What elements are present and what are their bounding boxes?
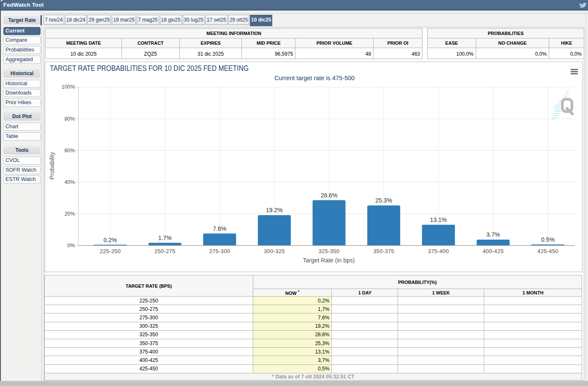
- svg-text:375-400: 375-400: [428, 248, 449, 254]
- svg-text:275-300: 275-300: [209, 248, 230, 254]
- svg-text:80%: 80%: [65, 116, 75, 122]
- svg-text:350-375: 350-375: [373, 248, 394, 254]
- svg-text:0%: 0%: [68, 243, 75, 248]
- svg-text:13.1%: 13.1%: [430, 216, 447, 223]
- svg-text:0.2%: 0.2%: [103, 237, 117, 243]
- svg-text:325-350: 325-350: [319, 248, 340, 254]
- svg-text:0.5%: 0.5%: [541, 236, 555, 243]
- svg-text:1.7%: 1.7%: [158, 235, 172, 241]
- svg-text:Target Rate (in bps): Target Rate (in bps): [303, 257, 355, 264]
- svg-text:425-450: 425-450: [537, 248, 558, 254]
- svg-text:60%: 60%: [65, 148, 75, 154]
- svg-text:40%: 40%: [65, 179, 75, 185]
- svg-text:Current target rate is 475-500: Current target rate is 475-500: [274, 75, 355, 81]
- svg-text:250-275: 250-275: [154, 248, 176, 254]
- svg-text:20%: 20%: [65, 211, 75, 217]
- svg-text:300-325: 300-325: [264, 248, 285, 254]
- svg-text:7.6%: 7.6%: [213, 225, 226, 232]
- svg-text:100%: 100%: [62, 84, 75, 90]
- svg-text:19.2%: 19.2%: [266, 207, 283, 213]
- svg-text:TARGET RATE PROBABILITIES FOR: TARGET RATE PROBABILITIES FOR 10 DIC 202…: [50, 64, 249, 73]
- svg-text:3.7%: 3.7%: [486, 231, 500, 238]
- svg-text:28.6%: 28.6%: [321, 192, 338, 199]
- svg-text:Probability: Probability: [49, 152, 55, 179]
- svg-text:225-250: 225-250: [100, 248, 121, 254]
- svg-text:25.3%: 25.3%: [375, 197, 392, 204]
- svg-text:400-425: 400-425: [482, 248, 504, 254]
